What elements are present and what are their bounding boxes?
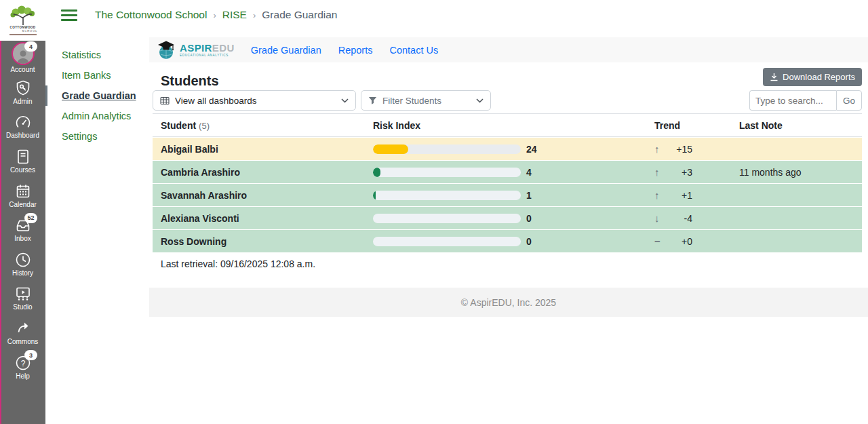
chevron-down-icon xyxy=(341,98,349,103)
breadcrumb: The Cottonwood School › RISE › Grade Gua… xyxy=(95,9,337,21)
page-title: Students xyxy=(161,73,219,89)
sidebar-item-commons[interactable]: Commons xyxy=(0,315,45,350)
share-arrow-icon xyxy=(14,320,32,337)
trend-value: -4 xyxy=(667,213,692,224)
download-icon xyxy=(770,73,778,81)
student-count: (5) xyxy=(199,121,210,131)
col-last-note: Last Note xyxy=(734,120,862,131)
risk-bar xyxy=(373,237,521,246)
aspiredu-header: ASPIREDU EDUCATIONAL ANALYTICS Grade Gua… xyxy=(149,37,868,62)
chevron-down-icon xyxy=(476,98,484,103)
student-name[interactable]: Savannah Arashiro xyxy=(153,190,373,201)
risk-value: 1 xyxy=(521,190,654,201)
risk-bar xyxy=(373,214,521,223)
sidebar-item-inbox[interactable]: 52 Inbox xyxy=(0,212,45,247)
sidebar-item-calendar[interactable]: Calendar xyxy=(0,178,45,212)
sidebar-item-studio[interactable]: Studio xyxy=(0,281,45,315)
app-footer: © AspirEDU, Inc. 2025 xyxy=(149,288,868,317)
school-motto-line xyxy=(9,34,37,35)
book-icon xyxy=(14,148,32,166)
nav-item-grade-guardian[interactable]: Grade Guardian xyxy=(45,85,149,106)
sidebar-item-history[interactable]: History xyxy=(0,247,45,282)
chevron-right-icon: › xyxy=(213,10,216,20)
students-table: Student(5) Risk Index Trend Last Note Ab… xyxy=(153,113,862,252)
col-risk-index: Risk Index xyxy=(373,120,654,131)
trend-up-icon: ↑ xyxy=(654,189,667,201)
clock-icon xyxy=(14,251,32,269)
globe-gradcap-icon xyxy=(156,40,176,60)
shield-icon xyxy=(14,79,32,97)
school-logo[interactable]: COTTONWOOD SCHOOL xyxy=(0,0,45,41)
last-retrieval-status: Last retrieval: 09/16/2025 12:08 a.m. xyxy=(161,258,315,269)
cottonwood-tree-icon xyxy=(7,5,39,26)
trend-value: +15 xyxy=(667,144,692,155)
trend-value: +1 xyxy=(667,190,692,201)
student-name[interactable]: Ross Downing xyxy=(153,236,373,247)
student-name[interactable]: Abigail Balbi xyxy=(153,144,373,155)
table-row[interactable]: Abigail Balbi 24 ↑+15 xyxy=(153,138,862,160)
risk-bar xyxy=(373,144,521,154)
trend-flat-icon: − xyxy=(654,235,667,247)
table-row[interactable]: Ross Downing 0 −+0 xyxy=(153,230,862,252)
trend-value: +0 xyxy=(667,236,692,247)
risk-value: 4 xyxy=(521,167,654,178)
filter-students-select[interactable]: Filter Students xyxy=(361,90,491,111)
col-trend: Trend xyxy=(654,120,734,131)
school-logo-sub: SCHOOL xyxy=(8,29,38,33)
sidebar-item-help[interactable]: ? 3 Help xyxy=(0,349,45,384)
nav-item-admin-analytics[interactable]: Admin Analytics xyxy=(45,106,149,126)
link-contact-us[interactable]: Contact Us xyxy=(389,45,438,56)
main-content: ASPIREDU EDUCATIONAL ANALYTICS Grade Gua… xyxy=(149,30,868,424)
sidebar-item-dashboard[interactable]: Dashboard xyxy=(0,109,45,144)
last-note: 11 months ago xyxy=(734,167,862,178)
top-header: The Cottonwood School › RISE › Grade Gua… xyxy=(45,0,868,30)
filter-toolbar: View all dashboards Filter Students Go xyxy=(153,90,862,111)
risk-bar xyxy=(373,191,521,200)
inbox-badge: 52 xyxy=(24,213,37,223)
svg-text:?: ? xyxy=(20,358,25,368)
breadcrumb-school[interactable]: The Cottonwood School xyxy=(95,9,207,21)
help-badge: 3 xyxy=(24,350,37,360)
studio-monitor-icon xyxy=(14,285,32,303)
table-row[interactable]: Cambria Arashiro 4 ↑+3 11 months ago xyxy=(153,161,862,183)
link-grade-guardian[interactable]: Grade Guardian xyxy=(251,45,321,56)
sidebar-item-admin[interactable]: Admin xyxy=(0,75,45,110)
trend-value: +3 xyxy=(667,167,692,178)
trend-down-icon: ↓ xyxy=(654,212,667,224)
col-student: Student xyxy=(161,120,196,131)
go-button[interactable]: Go xyxy=(836,90,862,111)
breadcrumb-account[interactable]: RISE xyxy=(222,9,247,21)
search-input[interactable] xyxy=(749,90,836,111)
dashboard-select[interactable]: View all dashboards xyxy=(153,90,356,111)
sidebar-item-account[interactable]: 4 Account xyxy=(0,41,45,75)
sidebar-item-courses[interactable]: Courses xyxy=(0,144,45,178)
search-group: Go xyxy=(749,90,862,111)
risk-value: 0 xyxy=(521,213,654,224)
aspiredu-logo: ASPIREDU EDUCATIONAL ANALYTICS xyxy=(156,40,235,60)
chevron-right-icon: › xyxy=(253,10,256,20)
trend-up-icon: ↑ xyxy=(654,166,667,178)
nav-item-statistics[interactable]: Statistics xyxy=(45,45,149,65)
account-badge: 4 xyxy=(24,41,37,52)
risk-value: 0 xyxy=(521,236,654,247)
risk-value: 24 xyxy=(521,144,654,155)
table-row[interactable]: Alexiana Visconti 0 ↓-4 xyxy=(153,207,862,229)
calendar-icon xyxy=(14,182,32,200)
student-name[interactable]: Alexiana Visconti xyxy=(153,213,373,224)
trend-up-icon: ↑ xyxy=(654,143,667,155)
global-sidebar: COTTONWOOD SCHOOL 4 Account Admin Dashbo… xyxy=(0,0,45,424)
link-reports[interactable]: Reports xyxy=(338,45,373,56)
download-reports-button[interactable]: Download Reports xyxy=(763,68,862,86)
table-grid-icon xyxy=(160,96,170,105)
funnel-icon xyxy=(368,96,377,105)
table-row[interactable]: Savannah Arashiro 1 ↑+1 xyxy=(153,184,862,206)
course-navigation: Statistics Item Banks Grade Guardian Adm… xyxy=(45,45,149,147)
risk-bar xyxy=(373,168,521,177)
gauge-icon xyxy=(14,113,32,131)
hamburger-menu-icon[interactable] xyxy=(61,7,77,24)
nav-item-item-banks[interactable]: Item Banks xyxy=(45,65,149,85)
copyright: © AspirEDU, Inc. 2025 xyxy=(461,297,556,308)
breadcrumb-current: Grade Guardian xyxy=(262,9,337,21)
student-name[interactable]: Cambria Arashiro xyxy=(153,167,373,178)
nav-item-settings[interactable]: Settings xyxy=(45,126,149,147)
